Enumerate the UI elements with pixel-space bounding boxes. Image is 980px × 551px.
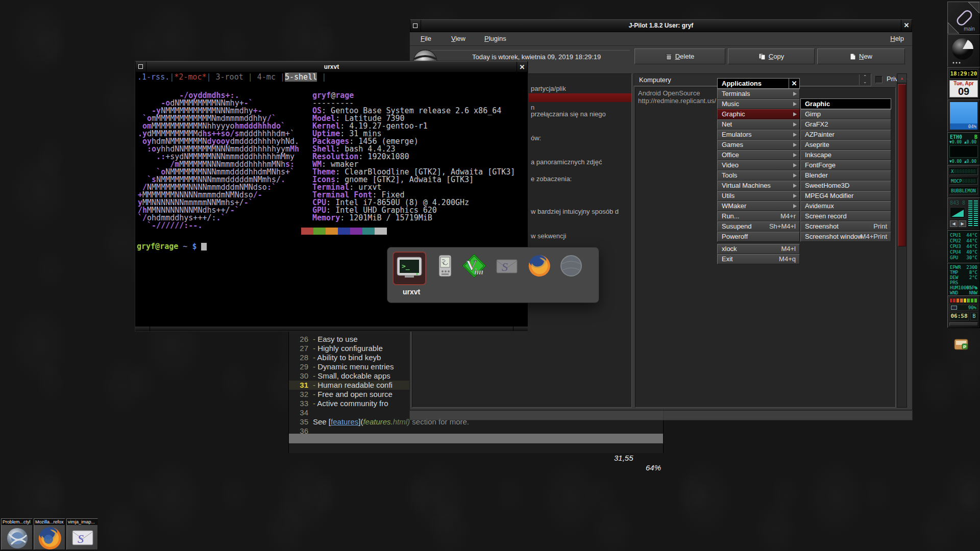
memo-list-row-text[interactable]: przełączania się na niego (531, 110, 606, 118)
dock-network-monitor[interactable]: ETH0 B ▼0.00 ▲0.00 ▼0.00 ▲0.00 (947, 132, 980, 165)
submenu-item-blender[interactable]: Blender (800, 170, 891, 181)
mixer-level-bar[interactable] (968, 201, 972, 227)
switcher-selected-tile[interactable]: >_ (393, 252, 426, 285)
close-button[interactable]: ✕ (517, 62, 527, 72)
submenu-item-screenshot[interactable]: ScreenshotPrint (800, 221, 891, 232)
dock-clip-workspace[interactable]: main (947, 2, 980, 34)
screen-tab[interactable]: | (169, 72, 174, 82)
dock-blue-monitor-app[interactable]: 04% (947, 99, 980, 132)
svg-text:S: S (78, 532, 84, 545)
screen-tab[interactable]: .1-rss. (137, 72, 169, 82)
submenu-arrow-icon (793, 112, 797, 116)
submenu-item-azpainter[interactable]: AZPainter (800, 130, 891, 140)
mixer-next-button[interactable]: ▶ (959, 220, 966, 227)
menu-close-icon[interactable]: ✕ (789, 79, 799, 88)
miniwindow-chromium[interactable]: Problem...ctyl (1, 518, 33, 550)
menu-view[interactable]: View (448, 35, 469, 42)
globe-browser-icon[interactable] (559, 254, 583, 278)
scrollbar-thumb[interactable] (898, 84, 906, 246)
submenu-item-sweethome3d[interactable]: SweetHome3D (800, 181, 891, 191)
mixer-prev-button[interactable]: ◀ (950, 220, 958, 227)
submenu-item-aseprite[interactable]: Aseprite (800, 140, 891, 150)
memo-list-row-text[interactable]: w sekwencji (531, 232, 566, 240)
menu-item-susupend[interactable]: SusupendSh+M4+l (717, 221, 800, 232)
memo-list-row-text[interactable]: w bardziej intuicyjny sposób d (531, 208, 619, 215)
submenu-item-gimp[interactable]: Gimp (800, 109, 891, 119)
delete-button[interactable]: Delete (634, 48, 725, 64)
menu-item-xlock[interactable]: xlockM4+l (717, 244, 800, 254)
dock-battery-app[interactable]: 90% 06:58 B (947, 295, 980, 328)
menu-item-games[interactable]: Games (717, 140, 800, 150)
graphic-submenu-title[interactable]: Graphic (800, 98, 891, 109)
menu-item-emulators[interactable]: Emulators (717, 130, 800, 140)
screen-tab[interactable]: 5-shell (285, 72, 317, 82)
menu-item-utils[interactable]: Utils (717, 191, 800, 201)
dock-weather-app[interactable]: EPWR2300TMP8°CDEW2°CPRS1009hPaHUM65 %WND… (947, 263, 980, 295)
scrollbar-up-arrow-icon[interactable]: ▲ (897, 74, 906, 83)
terminal-titlebar[interactable]: urxvt ✕ (135, 61, 528, 72)
dock-mail-icon[interactable]: P (953, 337, 969, 352)
menu-help[interactable]: Help (887, 35, 907, 42)
submenu-item-mpeg4-modifier[interactable]: MPEG4 Modifier (800, 191, 891, 201)
menu-item-virtual-machines[interactable]: Virtual Machines (717, 181, 800, 191)
screen-tab[interactable]: | (248, 72, 253, 82)
submenu-item-avidemux[interactable]: Avidemux (800, 201, 891, 211)
screen-window-tabbar[interactable]: .1-rss.|*2-moc*| 3-root | 4-mc |5-shell … (137, 73, 326, 81)
screen-tab[interactable]: | (280, 72, 285, 82)
menu-item-exit[interactable]: ExitM4+q (717, 254, 800, 264)
menu-item-run-[interactable]: Run...M4+r (717, 211, 800, 221)
menu-item-poweroff[interactable]: Poweroff (717, 232, 800, 242)
submenu-item-screenshot-window[interactable]: Screenshot windowM4+Print (800, 232, 891, 242)
submenu-item-grafx2[interactable]: GraFX2 (800, 119, 891, 130)
mail-client-icon[interactable]: S (495, 254, 519, 278)
memo-list-row-text[interactable]: e zobaczenia: (531, 175, 572, 183)
spinner-arrows-icon[interactable]: ⌃⌄ (859, 74, 870, 85)
menu-item-net[interactable]: Net (717, 119, 800, 130)
menu-file[interactable]: File (418, 35, 434, 42)
palm-pilot-icon[interactable] (432, 254, 457, 278)
dock-clock-app[interactable]: 18:29:20 Tue, Apr 09 (947, 67, 980, 99)
memo-list-row-text[interactable]: partycja/plik (531, 85, 566, 92)
applications-menu-title[interactable]: Applications ✕ (717, 78, 800, 89)
submenu-arrow-icon (793, 102, 797, 106)
memo-scrollbar[interactable]: ▲ (897, 73, 907, 408)
screen-tab[interactable]: 3-root (211, 72, 248, 82)
mail-client-icon: S (71, 528, 94, 548)
submenu-item-screen-record[interactable]: Screen record (800, 211, 891, 221)
memo-list-row-text[interactable]: ów: (531, 134, 541, 142)
submenu-arrow-icon (793, 92, 797, 96)
menu-item-terminals[interactable]: Terminals (717, 89, 800, 99)
dock-sphere-app[interactable] (947, 34, 980, 67)
menu-item-music[interactable]: Music (717, 99, 800, 109)
memo-list-row-text[interactable]: a panoramicznych zdjęć (531, 158, 602, 166)
palette-swatch (289, 228, 301, 235)
menu-item-video[interactable]: Video (717, 160, 800, 170)
miniwindow-firefox[interactable]: Mozilla...refox (34, 518, 65, 550)
menu-item-graphic[interactable]: Graphic (717, 109, 800, 119)
jpilot-titlebar[interactable]: J-Pilot 1.8.2 User: gryf ✕ (410, 19, 912, 32)
screen-tab[interactable]: | (317, 72, 326, 82)
lcd-row: EPWR2300 (950, 265, 978, 270)
new-button[interactable]: New (817, 48, 905, 64)
menu-item-tools[interactable]: Tools (717, 170, 800, 181)
jpilot-bottom-resize-edge[interactable] (409, 410, 913, 420)
dock-lcd-status-app[interactable]: X88888888 MOCP88888 BUBBLEMON (947, 165, 980, 197)
menu-item-wmaker[interactable]: WMaker (717, 201, 800, 211)
screen-tab[interactable]: 4-mc (253, 72, 280, 82)
copy-button[interactable]: Copy (728, 48, 815, 64)
vim-icon[interactable]: V im (462, 254, 486, 278)
mixer-level-bar[interactable] (974, 201, 978, 227)
submenu-item-inkscape[interactable]: Inkscape (800, 150, 891, 160)
miniwindow-mail[interactable]: vimja_imap... S (66, 518, 98, 550)
screen-tab[interactable]: | (206, 72, 211, 82)
dock-mixer-app[interactable]: 843 8 ◀ ▶ (947, 197, 980, 230)
screen-tab[interactable]: *2-moc* (174, 72, 206, 82)
menu-plugins[interactable]: Plugins (481, 35, 509, 42)
close-button[interactable]: ✕ (901, 20, 912, 32)
dock-cpu-temp-monitor[interactable]: CPU144°CCPU244°CCPU344°CCPU440°CGPU30°C (947, 230, 980, 263)
submenu-item-fontforge[interactable]: FontForge (800, 160, 891, 170)
menu-item-office[interactable]: Office (717, 150, 800, 160)
firefox-icon[interactable] (527, 254, 552, 278)
private-checkbox[interactable] (875, 76, 883, 83)
terminal-resizebar[interactable] (135, 326, 528, 331)
